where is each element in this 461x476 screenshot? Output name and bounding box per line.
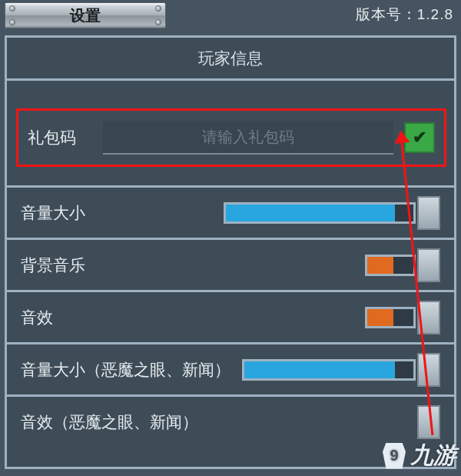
- row-sfx-sub: 音效（恶魔之眼、新闻）: [7, 394, 454, 447]
- watermark-text: 九游: [410, 440, 456, 471]
- slider-track[interactable]: [365, 307, 416, 328]
- settings-button[interactable]: 设置: [5, 2, 166, 28]
- rivet-icon: [155, 5, 161, 12]
- slider-track[interactable]: [224, 202, 416, 224]
- row-volume: 音量大小: [7, 185, 454, 238]
- gift-code-input[interactable]: [103, 121, 393, 155]
- row-sfx: 音效: [7, 290, 454, 342]
- gift-code-row: 礼包码 ✔: [16, 108, 446, 167]
- slider-fill: [367, 309, 393, 326]
- watermark-badge-icon: 9: [383, 443, 406, 469]
- player-info-title: 玩家信息: [198, 48, 263, 69]
- rivet-icon: [9, 5, 15, 12]
- watermark: 9 九游: [383, 440, 456, 471]
- row-bgm: 背景音乐: [7, 238, 454, 290]
- slider-track[interactable]: [365, 255, 416, 276]
- slider-sfx[interactable]: [365, 301, 440, 335]
- rivet-icon: [9, 19, 15, 25]
- slider-rows: 音量大小 背景音乐 音效: [7, 185, 454, 447]
- settings-label: 设置: [70, 5, 101, 26]
- row-label-volume-sub: 音量大小（恶魔之眼、新闻）: [21, 359, 230, 381]
- slider-track[interactable]: [242, 359, 416, 381]
- check-icon: ✔: [413, 128, 426, 148]
- settings-panel: 玩家信息 礼包码 ✔ 音量大小 背景音乐: [5, 35, 456, 469]
- top-bar: 设置 版本号：1.2.8: [0, 0, 461, 29]
- row-label-sfx: 音效: [21, 307, 53, 328]
- row-volume-sub: 音量大小（恶魔之眼、新闻）: [7, 342, 454, 394]
- gift-code-label: 礼包码: [28, 127, 98, 148]
- version-label: 版本号：1.2.8: [356, 5, 453, 25]
- slider-volume-sub[interactable]: [242, 353, 440, 387]
- slider-fill: [226, 205, 395, 221]
- slider-fill: [367, 257, 393, 274]
- player-info-header[interactable]: 玩家信息: [7, 38, 454, 81]
- slider-handle[interactable]: [417, 353, 440, 387]
- rivet-icon: [155, 19, 161, 25]
- slider-bgm[interactable]: [365, 248, 440, 282]
- row-label-volume: 音量大小: [21, 202, 85, 224]
- row-label-sfx-sub: 音效（恶魔之眼、新闻）: [21, 411, 198, 433]
- row-label-bgm: 背景音乐: [21, 255, 85, 276]
- slider-handle[interactable]: [417, 196, 440, 230]
- slider-fill: [244, 361, 395, 378]
- slider-handle[interactable]: [417, 248, 440, 282]
